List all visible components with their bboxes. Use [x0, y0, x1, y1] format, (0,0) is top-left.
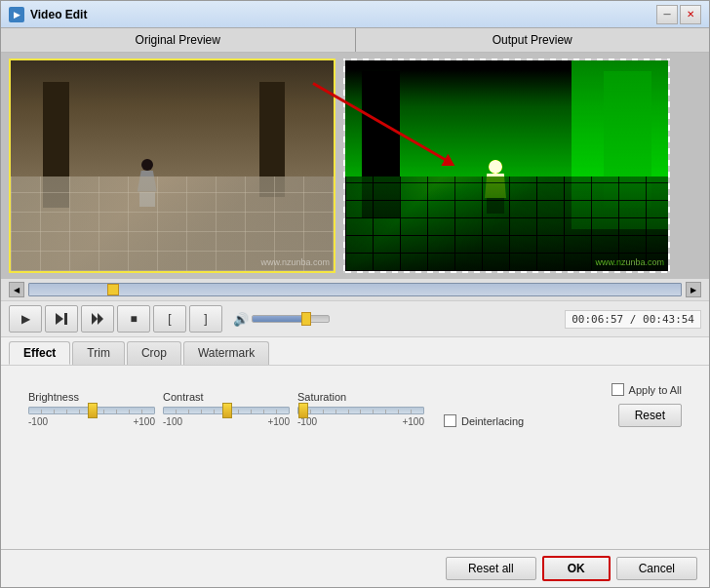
tabs-area: Effect Trim Crop Watermark [1, 337, 709, 366]
tab-crop[interactable]: Crop [127, 341, 181, 365]
saturation-max: +100 [402, 416, 424, 427]
mark-in-button[interactable]: [ [153, 305, 186, 333]
tab-trim[interactable]: Trim [72, 341, 125, 365]
tab-watermark[interactable]: Watermark [183, 341, 269, 365]
watermark-right: www.nzunba.com [595, 257, 664, 267]
tab-effect[interactable]: Effect [9, 341, 70, 365]
original-preview-label: Original Preview [1, 28, 355, 52]
apply-all-row: Apply to All [611, 383, 682, 396]
contrast-section: Contrast -100 +100 [163, 391, 290, 427]
watermark-left: www.nzunba.com [260, 257, 330, 267]
preview-area: www.nzunba.com www.nzunba [1, 53, 709, 279]
output-frame: www.nzunba.com [345, 60, 668, 271]
timeline-corner-right[interactable]: ▶ [686, 282, 701, 297]
app-icon: ▶ [9, 7, 24, 22]
saturation-section: Saturation -100 +100 [297, 391, 424, 427]
brightness-min: -100 [28, 416, 48, 427]
minimize-button[interactable]: ─ [656, 5, 678, 24]
ok-button[interactable]: OK [542, 556, 611, 581]
volume-thumb[interactable] [301, 312, 311, 326]
window-title: Video Edit [30, 8, 87, 21]
title-bar: ▶ Video Edit ─ ✕ [1, 1, 709, 28]
window-controls: ─ ✕ [656, 5, 701, 24]
effect-panel: Brightness -100 +100 Contrast [1, 366, 709, 549]
apply-all-checkbox[interactable] [611, 383, 624, 396]
deinterlacing-label: Deinterlacing [461, 415, 524, 427]
brightness-section: Brightness -100 +100 [28, 391, 155, 427]
contrast-slider[interactable] [163, 407, 290, 414]
close-button[interactable]: ✕ [680, 5, 701, 24]
actions-section: Apply to All Reset [611, 383, 682, 427]
cancel-button[interactable]: Cancel [616, 557, 697, 580]
saturation-thumb[interactable] [298, 403, 308, 418]
volume-icon: 🔊 [233, 312, 249, 327]
stop-button[interactable]: ■ [117, 305, 150, 333]
preview-headers: Original Preview Output Preview [1, 28, 709, 53]
timeline-corner-left[interactable]: ◀ [9, 282, 24, 297]
svg-marker-3 [98, 313, 103, 325]
deinterlacing-checkbox[interactable] [444, 414, 456, 427]
footer: Reset all OK Cancel [1, 549, 709, 587]
svg-marker-2 [92, 313, 98, 325]
contrast-min: -100 [163, 416, 182, 427]
original-preview-video: www.nzunba.com [9, 59, 335, 273]
output-preview-label: Output Preview [356, 28, 710, 52]
volume-fill [253, 316, 306, 322]
step-forward-button[interactable] [45, 305, 78, 333]
output-preview-video: www.nzunba.com [343, 59, 670, 273]
time-separator: / [623, 313, 643, 326]
original-frame: www.nzunba.com [11, 60, 334, 271]
deinterlacing-row: Deinterlacing [444, 414, 524, 427]
apply-all-label: Apply to All [629, 384, 682, 396]
saturation-slider[interactable] [297, 407, 424, 414]
timeline-row: ◀ ▶ [1, 279, 709, 301]
brightness-slider[interactable] [28, 407, 155, 414]
svg-rect-1 [64, 313, 67, 325]
brightness-max: +100 [133, 416, 155, 427]
contrast-max: +100 [267, 416, 290, 427]
timeline-track[interactable] [28, 283, 682, 296]
volume-slider[interactable] [252, 315, 330, 323]
main-window: ▶ Video Edit ─ ✕ Original Preview Output… [0, 0, 710, 588]
sliders-row: Brightness -100 +100 Contrast [17, 375, 693, 435]
play-button[interactable]: ▶ [9, 305, 42, 333]
time-display: 00:06:57 / 00:43:54 [565, 310, 701, 329]
controls-row: ▶ ■ [ ] 🔊 00:06:57 / 00:43:54 [1, 301, 709, 337]
mark-out-button[interactable]: ] [189, 305, 222, 333]
saturation-label: Saturation [297, 391, 346, 403]
current-time: 00:06:57 [572, 313, 623, 326]
brightness-label: Brightness [28, 391, 79, 403]
total-time: 00:43:54 [643, 313, 694, 326]
reset-all-button[interactable]: Reset all [446, 557, 536, 580]
saturation-range: -100 +100 [297, 416, 424, 427]
reset-button[interactable]: Reset [618, 404, 682, 427]
timeline-thumb[interactable] [107, 284, 119, 295]
contrast-label: Contrast [163, 391, 204, 403]
contrast-thumb[interactable] [222, 403, 232, 418]
svg-marker-0 [56, 313, 63, 325]
options-section: Deinterlacing [444, 414, 524, 427]
brightness-thumb[interactable] [88, 403, 98, 418]
next-frame-button[interactable] [81, 305, 114, 333]
